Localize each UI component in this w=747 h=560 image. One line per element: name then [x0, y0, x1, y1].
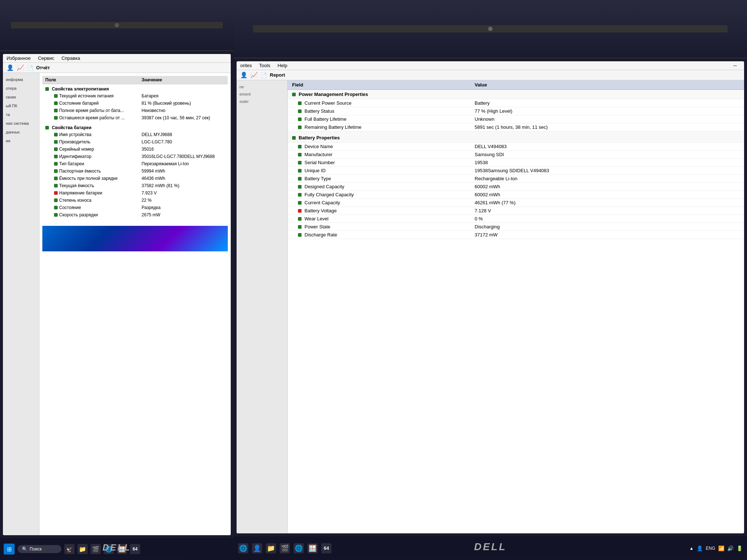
table-row: Тип батареи Перезаряжаемая Li-Ion: [42, 160, 228, 167]
table-row: Manufacturer Samsung SDI: [288, 151, 744, 159]
left-screen: Избранное Сервис Справка 👤 📈 📄 Отчёт инф…: [3, 54, 231, 535]
row-icon: [54, 101, 58, 105]
table-row: Current Power Source Battery: [288, 99, 744, 107]
row-icon: [298, 193, 302, 197]
person-icon: 👤: [7, 64, 14, 71]
field-label: Напряжение батареи: [59, 190, 102, 196]
table-row: Battery Voltage 7.128 V: [288, 207, 744, 215]
field-label: Текущая ёмкость: [59, 183, 94, 188]
sidebar-item-ement[interactable]: ement: [238, 90, 286, 98]
left-sidebar: информа отера гание ый ПК та ная система…: [3, 73, 39, 535]
row-icon: [298, 225, 302, 229]
table-row: Fully Charged Capacity 60002 mWh: [288, 191, 744, 199]
right-sidebar: ne ement outer: [237, 80, 288, 533]
row-icon: [298, 169, 302, 173]
field-label: Discharge Rate: [304, 232, 337, 237]
field-label: Current Power Source: [304, 100, 352, 106]
sidebar-item-dannyh[interactable]: данных: [4, 128, 38, 136]
right-data-table: Field Value Power Management Properties: [288, 80, 744, 239]
table-row: Полное время работы от бата... Неизвестн…: [42, 107, 228, 114]
field-label: Имя устройства: [59, 132, 92, 137]
menu-item-spravka[interactable]: Справка: [61, 55, 80, 61]
taskbar-right-icon-folder[interactable]: 📁: [266, 543, 276, 553]
windows-start-button[interactable]: ⊞: [4, 544, 15, 555]
menu-item-servis[interactable]: Сервис: [38, 55, 54, 61]
tray-arrow[interactable]: ▲: [689, 546, 694, 551]
taskbar-right-icon-store[interactable]: 🪟: [307, 543, 318, 553]
col-value-left: Значение: [139, 76, 228, 84]
right-camera-bar: [253, 25, 728, 32]
field-label: Designed Capacity: [304, 184, 344, 189]
tray-icon-person[interactable]: 👤: [697, 545, 703, 551]
tray-battery[interactable]: 🔋: [736, 545, 743, 551]
field-value: 59994 mWh: [139, 167, 228, 175]
table-row: Степень износа 22 %: [42, 197, 228, 204]
tray-wifi[interactable]: 📶: [718, 545, 724, 551]
field-value: 2675 mW: [139, 211, 228, 219]
chart-icon: 📈: [17, 64, 24, 71]
tray-lang[interactable]: ENG: [706, 546, 715, 551]
field-value: Батарея: [139, 92, 228, 100]
table-row: Discharge Rate 37172 mW: [288, 231, 744, 239]
left-camera-dot: [115, 23, 119, 27]
taskbar-icon-eagle[interactable]: 🦅: [64, 544, 74, 554]
col-field-right: Field: [288, 80, 470, 90]
taskbar-right-icon-64[interactable]: 64: [321, 543, 332, 553]
table-row: Battery Properties: [288, 131, 744, 143]
tray-sound[interactable]: 🔊: [727, 545, 733, 551]
row-icon: [54, 206, 58, 209]
taskbar-icon-folder[interactable]: 📁: [77, 544, 88, 554]
sidebar-item-iya[interactable]: ия: [4, 137, 38, 144]
menu-item-favorites[interactable]: orites: [240, 63, 252, 68]
field-label: Серийный номер: [59, 147, 94, 152]
minimize-button[interactable]: ─: [733, 63, 737, 68]
report-icon: 📄: [27, 65, 33, 71]
sidebar-item-ganie[interactable]: гание: [4, 93, 38, 101]
sidebar-item-otera[interactable]: отера: [4, 85, 38, 92]
row-icon: [54, 177, 58, 180]
menu-item-help[interactable]: Help: [277, 63, 287, 68]
left-camera-bar: [11, 22, 223, 28]
field-value: 46436 mWh: [139, 175, 228, 182]
sidebar-item-ne[interactable]: ne: [238, 83, 286, 90]
row-icon: [298, 185, 302, 189]
row-icon: [54, 198, 58, 202]
left-dell-label: DELL: [103, 542, 131, 553]
table-row: Свойства батареи: [42, 121, 228, 131]
field-label: Состояние батарей: [59, 101, 99, 106]
taskbar-right-icon-globe[interactable]: 🌐: [238, 543, 248, 553]
taskbar-right-icon-video[interactable]: 🎬: [280, 543, 290, 553]
field-value: 35016: [139, 146, 228, 153]
menu-item-tools[interactable]: Tools: [259, 63, 270, 68]
table-row: Remaining Battery Lifetime 5891 sec (1 h…: [288, 123, 744, 131]
right-camera-dot: [488, 27, 493, 31]
sidebar-item-informa[interactable]: информа: [4, 76, 38, 83]
row-icon: [54, 169, 58, 173]
row-icon: [298, 145, 302, 148]
sidebar-item-sistema[interactable]: ная система: [4, 120, 38, 127]
table-row: Current Capacity 46261 mWh (77 %): [288, 199, 744, 207]
field-label: Manufacturer: [304, 152, 333, 157]
left-toolbar: 👤 📈 📄 Отчёт: [3, 63, 231, 73]
taskbar-icon-video[interactable]: 🎬: [91, 544, 101, 554]
taskbar-icon-64[interactable]: 64: [130, 544, 140, 554]
menu-item-izbrannoye[interactable]: Избранное: [7, 55, 31, 61]
taskbar-right-icon-person[interactable]: 👤: [252, 543, 262, 553]
row-icon: [54, 94, 58, 98]
taskbar-right-icon-browser[interactable]: 🌐: [294, 543, 304, 553]
decorative-gradient: [42, 226, 228, 251]
row-icon: [298, 233, 302, 237]
row-icon: [54, 116, 58, 120]
field-value: 19538: [470, 159, 744, 167]
right-screen: orites Tools Help ─ 👤 📈 📄 Report ne emen…: [237, 61, 744, 533]
sidebar-item-outer[interactable]: outer: [238, 98, 286, 105]
field-label: Current Capacity: [304, 200, 340, 205]
sidebar-item-ta[interactable]: та: [4, 111, 38, 118]
field-label: Fully Charged Capacity: [304, 192, 354, 197]
field-label: Battery Voltage: [304, 208, 337, 213]
field-label: Паспортная ёмкость: [59, 169, 101, 174]
field-label: Battery Type: [304, 176, 331, 181]
field-value: LGC-LGC7.780: [139, 138, 228, 146]
left-search-box[interactable]: 🔍 Поиск: [18, 545, 61, 553]
sidebar-item-pk[interactable]: ый ПК: [4, 102, 38, 109]
